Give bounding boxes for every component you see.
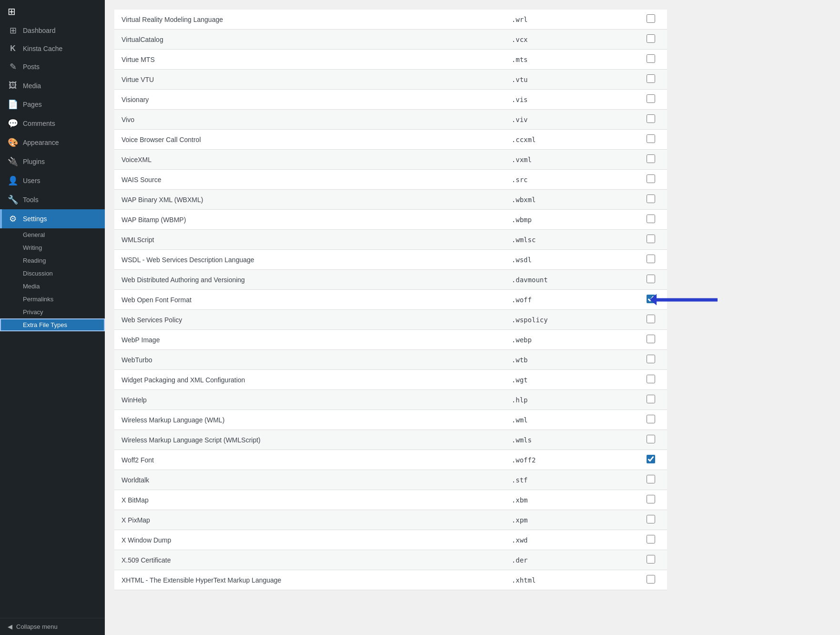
sidebar-item-users[interactable]: 👤 Users — [0, 171, 105, 190]
file-type-checkbox[interactable] — [647, 275, 655, 283]
sidebar-item-users-label: Users — [23, 177, 40, 184]
sub-item-permalinks[interactable]: Permalinks — [0, 293, 105, 306]
file-type-checkbox[interactable] — [647, 375, 655, 383]
file-type-checkbox[interactable] — [647, 315, 655, 323]
file-type-checkbox[interactable] — [647, 34, 655, 43]
file-type-checkbox[interactable] — [647, 355, 655, 363]
collapse-icon: ◀ — [8, 623, 12, 630]
file-type-checkbox-cell — [635, 410, 667, 430]
file-type-checkbox-cell — [635, 50, 667, 70]
sidebar-item-settings[interactable]: ⚙ Settings — [0, 209, 105, 228]
appearance-icon: 🎨 — [8, 137, 18, 148]
sidebar-item-plugins[interactable]: 🔌 Plugins — [0, 152, 105, 171]
sidebar-item-pages[interactable]: 📄 Pages — [0, 95, 105, 114]
file-type-name: WMLScript — [114, 230, 505, 250]
table-row: Woff2 Font.woff2 — [114, 450, 667, 470]
file-type-checkbox-cell — [635, 390, 667, 410]
collapse-menu-button[interactable]: ◀ Collapse menu — [0, 618, 105, 635]
file-type-checkbox-cell — [635, 470, 667, 490]
file-type-checkbox[interactable] — [647, 195, 655, 203]
settings-icon: ⚙ — [8, 214, 18, 224]
table-row: Web Services Policy.wspolicy — [114, 310, 667, 330]
sidebar-item-appearance[interactable]: 🎨 Appearance — [0, 133, 105, 152]
file-type-checkbox[interactable] — [647, 295, 655, 303]
file-type-checkbox[interactable] — [647, 415, 655, 423]
file-type-ext: .davmount — [505, 270, 635, 290]
file-type-checkbox[interactable] — [647, 575, 655, 584]
file-type-name: XHTML - The Extensible HyperText Markup … — [114, 570, 505, 590]
file-type-name: Widget Packaging and XML Configuration — [114, 370, 505, 390]
file-type-checkbox[interactable] — [647, 94, 655, 103]
file-type-ext: .der — [505, 550, 635, 570]
file-type-checkbox-cell — [635, 490, 667, 510]
file-type-checkbox[interactable] — [647, 74, 655, 83]
file-type-ext: .xhtml — [505, 570, 635, 590]
sidebar: ⊞ ⊞ Dashboard K Kinsta Cache ✎ Posts 🖼 M… — [0, 0, 105, 635]
file-type-checkbox[interactable] — [647, 134, 655, 143]
file-type-name: Wireless Markup Language (WML) — [114, 410, 505, 430]
file-type-name: X.509 Certificate — [114, 550, 505, 570]
file-type-checkbox-cell — [635, 530, 667, 550]
table-row: VoiceXML.vxml — [114, 150, 667, 170]
file-type-checkbox[interactable] — [647, 235, 655, 243]
file-type-checkbox[interactable] — [647, 154, 655, 163]
file-type-checkbox[interactable] — [647, 335, 655, 343]
sub-item-privacy[interactable]: Privacy — [0, 306, 105, 318]
table-row: Virtue MTS.mts — [114, 50, 667, 70]
file-type-checkbox-cell — [635, 110, 667, 130]
table-row: XHTML - The Extensible HyperText Markup … — [114, 570, 667, 590]
table-row: X.509 Certificate.der — [114, 550, 667, 570]
file-type-ext: .src — [505, 170, 635, 190]
file-type-checkbox[interactable] — [647, 54, 655, 63]
sub-item-discussion[interactable]: Discussion — [0, 267, 105, 280]
file-type-name: Visionary — [114, 90, 505, 110]
file-type-ext: .vcx — [505, 30, 635, 50]
file-type-ext: .wbxml — [505, 190, 635, 210]
file-type-ext: .xwd — [505, 530, 635, 550]
table-row: Widget Packaging and XML Configuration.w… — [114, 370, 667, 390]
kinsta-icon: K — [8, 44, 18, 53]
table-row: Web Open Font Format.woff — [114, 290, 667, 310]
sub-item-general[interactable]: General — [0, 228, 105, 241]
sub-item-writing[interactable]: Writing — [0, 241, 105, 254]
file-type-ext: .mts — [505, 50, 635, 70]
file-type-checkbox-cell — [635, 250, 667, 270]
file-type-checkbox[interactable] — [647, 455, 655, 463]
sub-item-reading[interactable]: Reading — [0, 254, 105, 267]
file-type-checkbox-cell — [635, 310, 667, 330]
sidebar-item-dashboard[interactable]: ⊞ Dashboard — [0, 21, 105, 40]
file-type-checkbox[interactable] — [647, 515, 655, 523]
file-type-checkbox[interactable] — [647, 555, 655, 563]
file-type-name: WSDL - Web Services Description Language — [114, 250, 505, 270]
file-type-checkbox[interactable] — [647, 174, 655, 183]
file-type-checkbox[interactable] — [647, 435, 655, 443]
file-type-checkbox[interactable] — [647, 14, 655, 23]
file-type-checkbox[interactable] — [647, 114, 655, 123]
file-type-checkbox-cell — [635, 430, 667, 450]
media-icon: 🖼 — [8, 81, 18, 91]
table-row: WSDL - Web Services Description Language… — [114, 250, 667, 270]
file-type-checkbox[interactable] — [647, 535, 655, 543]
file-type-name: WebP Image — [114, 330, 505, 350]
sidebar-item-posts-label: Posts — [23, 63, 40, 71]
sidebar-item-kinsta-cache[interactable]: K Kinsta Cache — [0, 40, 105, 57]
sub-item-extra-file-types[interactable]: Extra File Types — [0, 318, 105, 331]
file-type-name: Worldtalk — [114, 470, 505, 490]
file-type-ext: .wgt — [505, 370, 635, 390]
sidebar-item-media[interactable]: 🖼 Media — [0, 76, 105, 95]
table-row: WMLScript.wmlsc — [114, 230, 667, 250]
sidebar-item-comments[interactable]: 💬 Comments — [0, 114, 105, 133]
file-type-name: X Window Dump — [114, 530, 505, 550]
table-row: Voice Browser Call Control.ccxml — [114, 130, 667, 150]
sidebar-item-tools[interactable]: 🔧 Tools — [0, 190, 105, 209]
sidebar-item-comments-label: Comments — [23, 120, 55, 127]
file-type-checkbox[interactable] — [647, 215, 655, 223]
file-type-checkbox-cell — [635, 230, 667, 250]
sidebar-item-posts[interactable]: ✎ Posts — [0, 57, 105, 76]
file-type-checkbox[interactable] — [647, 495, 655, 503]
file-type-checkbox-cell — [635, 350, 667, 370]
file-type-checkbox[interactable] — [647, 475, 655, 483]
file-type-checkbox[interactable] — [647, 395, 655, 403]
file-type-checkbox[interactable] — [647, 255, 655, 263]
sub-item-media-settings[interactable]: Media — [0, 280, 105, 293]
